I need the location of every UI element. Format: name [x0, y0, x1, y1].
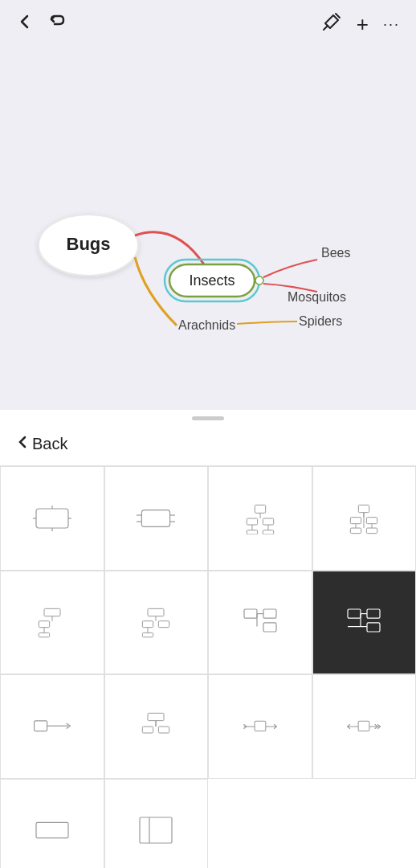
top-nav: + ···: [0, 0, 416, 48]
svg-rect-31: [351, 517, 361, 523]
svg-rect-38: [44, 609, 60, 616]
svg-text:Bugs: Bugs: [67, 234, 111, 254]
more-button[interactable]: ···: [383, 16, 400, 33]
svg-rect-36: [367, 528, 377, 534]
svg-text:Spiders: Spiders: [299, 314, 342, 328]
svg-rect-56: [367, 609, 380, 618]
svg-rect-42: [39, 633, 49, 637]
svg-rect-43: [148, 609, 164, 616]
mindmap-diagram: Bugs Insects Bees Mosquitos Arachnids Sp…: [0, 48, 416, 410]
bottom-panel: Back: [0, 410, 416, 868]
svg-text:Mosquitos: Mosquitos: [288, 290, 346, 304]
svg-rect-11: [36, 509, 68, 528]
svg-text:Bees: Bees: [321, 246, 350, 260]
svg-line-0: [324, 26, 328, 30]
shape-cell-5[interactable]: [0, 571, 104, 675]
hammer-icon[interactable]: [321, 11, 342, 37]
shape-cell-13[interactable]: [0, 779, 104, 869]
svg-rect-23: [247, 518, 257, 525]
svg-rect-29: [359, 505, 369, 512]
svg-rect-60: [34, 721, 47, 731]
shape-cell-1[interactable]: [0, 466, 104, 571]
nav-left: [16, 13, 66, 35]
back-chevron-icon: [16, 434, 29, 454]
svg-rect-79: [358, 721, 369, 731]
svg-rect-64: [148, 713, 164, 720]
svg-rect-72: [255, 721, 266, 731]
shape-cell-3[interactable]: [208, 466, 312, 571]
svg-rect-51: [263, 609, 276, 618]
add-button[interactable]: +: [357, 14, 369, 35]
svg-text:Insects: Insects: [189, 272, 235, 289]
svg-rect-27: [247, 530, 257, 534]
svg-rect-28: [263, 530, 273, 534]
svg-rect-46: [159, 621, 169, 628]
svg-rect-85: [36, 823, 68, 838]
shape-cell-14[interactable]: [104, 779, 209, 869]
nav-right: + ···: [321, 11, 400, 37]
shape-cell-8[interactable]: [312, 571, 417, 675]
svg-rect-54: [348, 609, 361, 618]
mindmap-canvas: + ··· Bugs Insects Bees Mosquitos: [0, 0, 416, 410]
svg-rect-16: [142, 510, 170, 526]
svg-rect-40: [39, 621, 49, 628]
shape-cell-11[interactable]: [208, 674, 312, 779]
svg-rect-45: [143, 621, 153, 628]
svg-rect-21: [255, 505, 265, 513]
svg-rect-86: [140, 817, 172, 843]
undo-button[interactable]: [48, 13, 66, 35]
shape-cell-2[interactable]: [104, 466, 209, 571]
svg-rect-35: [351, 528, 361, 534]
svg-rect-49: [244, 609, 257, 618]
svg-rect-24: [263, 518, 273, 525]
shape-cell-10[interactable]: [104, 674, 209, 779]
svg-point-6: [255, 276, 263, 285]
back-panel-button[interactable]: Back: [0, 426, 416, 465]
drag-handle[interactable]: [192, 416, 224, 420]
svg-rect-66: [143, 727, 153, 733]
svg-rect-32: [367, 517, 377, 523]
shape-cell-7[interactable]: [208, 571, 312, 675]
svg-text:Arachnids: Arachnids: [178, 318, 235, 332]
back-button[interactable]: [16, 13, 34, 35]
svg-rect-67: [159, 727, 169, 733]
svg-rect-58: [367, 623, 380, 632]
svg-rect-53: [263, 623, 276, 632]
shape-grid: [0, 465, 416, 868]
back-label: Back: [32, 435, 67, 453]
shape-cell-4[interactable]: [312, 466, 417, 571]
shape-cell-12[interactable]: [312, 674, 417, 779]
shape-cell-9[interactable]: [0, 674, 104, 779]
svg-rect-48: [143, 633, 153, 637]
shape-cell-6[interactable]: [104, 571, 209, 675]
